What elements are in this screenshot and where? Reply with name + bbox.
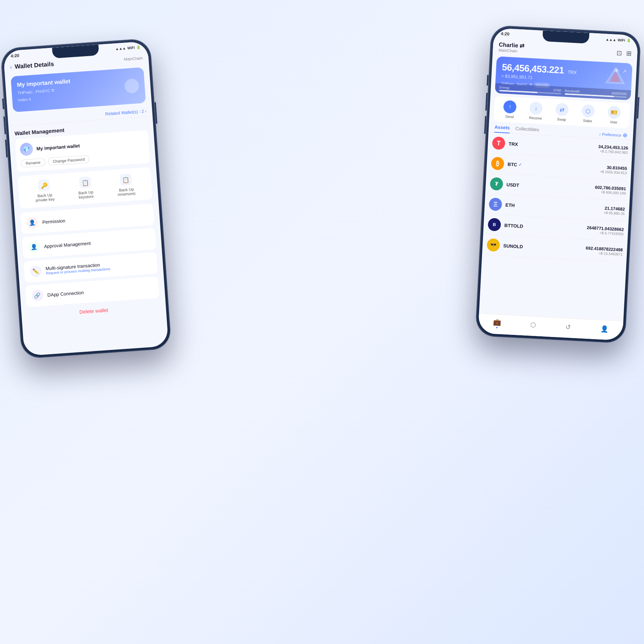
eth-usd: ≈$ 85,885.35 — [604, 210, 625, 215]
add-asset-button[interactable]: ⊕ — [623, 132, 628, 139]
assets-nav-icon: 💼 — [493, 318, 501, 326]
bandwidth-value: 4000/5000 — [611, 91, 627, 96]
backup-keystore[interactable]: 📋 Back Upkeystore — [77, 176, 94, 200]
backup-private-key[interactable]: 🔑 Back Upprivate key — [34, 179, 55, 203]
wallet-mgmt-name: My important wallet — [36, 143, 80, 151]
phone-right: 4:20 ▲▲▲ WiFi 🔋 Charlie ⇄ MainChain ⊡ ⊞ — [475, 25, 641, 344]
volume-down-btn[interactable] — [3, 116, 6, 134]
silent-btn[interactable] — [5, 140, 8, 157]
right-screen: 4:20 ▲▲▲ WiFi 🔋 Charlie ⇄ MainChain ⊡ ⊞ — [478, 28, 638, 341]
right-phone-power[interactable] — [637, 97, 639, 118]
bandwidth-section: Bandwidth 4000/5000 — [565, 89, 627, 98]
keystore-icon: 📋 — [79, 176, 91, 189]
trx-name: TRX — [508, 141, 598, 151]
battery-icon-right: 🔋 — [626, 38, 631, 43]
status-icons-right: ▲▲▲ WiFi 🔋 — [605, 37, 631, 43]
phone-left: 4:20 ▲▲▲ WiFi 🔋 ‹ Wallet Details MainCha… — [0, 38, 172, 359]
wallet-avatar: 💎 — [20, 142, 33, 156]
right-phone-volume-up[interactable] — [487, 75, 489, 86]
preference-action: ↕ Preference ⊕ — [599, 131, 628, 139]
status-time-right: 4:20 — [501, 31, 509, 36]
btc-icon: ₿ — [491, 157, 504, 170]
eth-icon: Ξ — [489, 197, 502, 211]
usdt-name: USDT — [506, 182, 595, 192]
tab-collectibles[interactable]: Collectibles — [515, 126, 539, 135]
permission-icon: 👤 — [26, 217, 38, 229]
right-phone-volume-down[interactable] — [485, 93, 488, 111]
tron-deco — [604, 65, 626, 88]
bottom-navigation: 💼 ⬡ ↺ 👤 — [478, 313, 623, 341]
eth-values: 21.174682 ≈$ 85,885.35 — [604, 205, 625, 215]
assets-nav-dot — [496, 327, 498, 328]
vote-label: Vote — [610, 120, 618, 124]
nav-assets[interactable]: 💼 — [493, 318, 501, 328]
header-action-icons: ⊡ ⊞ — [616, 49, 632, 58]
verified-icon: ✓ — [518, 162, 522, 167]
backup-mnemonic[interactable]: 📋 Back Upmnemonic — [116, 173, 136, 196]
send-action[interactable]: ↑ Send — [503, 100, 517, 119]
wifi-icon-right: WiFi — [618, 38, 625, 42]
signal-icon: ▲▲▲ — [115, 46, 126, 51]
battery-icon: 🔋 — [136, 45, 141, 49]
send-icon: ↑ — [503, 100, 517, 114]
nav-profile[interactable]: 👤 — [600, 325, 608, 333]
multisig-icon: ✏️ — [30, 265, 42, 277]
receive-icon: ↓ — [529, 102, 543, 115]
volume-up-btn[interactable] — [2, 98, 4, 109]
usdt-values: 602,786.035091 ≈$ 606,000.199 — [595, 185, 626, 195]
btc-values: 30.810455 ≈$ 1555,934.813 — [600, 165, 627, 175]
private-key-icon: 🔑 — [38, 179, 50, 191]
power-btn[interactable] — [155, 102, 157, 124]
balance-card: 56,456,453.221 TRX ≈ $3,951,951.71 THPwe… — [495, 57, 633, 101]
bttold-icon: B — [488, 218, 501, 231]
preference-button[interactable]: ↕ Preference — [599, 132, 621, 137]
nav-stake[interactable]: ⬡ — [530, 321, 536, 330]
backup-keystore-label: Back Upkeystore — [78, 190, 94, 200]
asset-list: T TRX 34,234,453.126 ≈$ 2,760,842.982 ₿ … — [482, 133, 633, 263]
swap-label: Swap — [557, 117, 566, 122]
chain-label: MainChain — [124, 56, 143, 62]
scan-icon[interactable]: ⊞ — [626, 49, 632, 58]
backup-mnemonic-label: Back Upmnemonic — [117, 187, 136, 196]
signal-icon-right: ▲▲▲ — [605, 37, 616, 42]
sunold-values: 692.418878222498 ≈$ 13.5483871 — [585, 245, 623, 256]
sunold-icon: 😎 — [487, 238, 500, 252]
stake-label: Stake — [583, 118, 592, 123]
energy-value: 37/60 — [553, 88, 561, 92]
status-time-left: 4:20 — [10, 53, 19, 59]
mnemonic-icon: 📋 — [119, 174, 132, 186]
bandwidth-label: Bandwidth — [565, 89, 580, 93]
receive-action[interactable]: ↓ Receive — [529, 102, 543, 121]
delete-wallet-button[interactable]: Delete wallet — [27, 303, 160, 318]
wifi-icon: WiFi — [127, 45, 135, 50]
tab-assets[interactable]: Assets — [494, 124, 510, 133]
vote-action[interactable]: 🎫 Vote — [607, 106, 621, 125]
left-screen: 4:20 ▲▲▲ WiFi 🔋 ‹ Wallet Details MainCha… — [3, 41, 169, 356]
right-phone-silent[interactable] — [484, 116, 487, 134]
swap-wallet-icon[interactable]: ⇄ — [519, 42, 525, 49]
dapp-connection-label: DApp Connection — [47, 290, 84, 298]
receive-qr-icon[interactable]: ⊡ — [616, 49, 622, 57]
rename-button[interactable]: Rename — [21, 158, 45, 168]
energy-section: Energy 37/60 — [499, 86, 561, 94]
nav-history[interactable]: ↺ — [565, 323, 571, 331]
backup-options-row: 🔑 Back Upprivate key 📋 Back Upkeystore 📋… — [18, 167, 152, 209]
sunold-name: SUNOLD — [503, 243, 586, 253]
back-button[interactable]: ‹ — [10, 64, 12, 70]
swap-action[interactable]: ⇄ Swap — [555, 103, 569, 122]
stake-action[interactable]: ⬡ Stake — [581, 104, 595, 123]
backup-private-key-label: Back Upprivate key — [35, 192, 55, 203]
stake-nav-icon: ⬡ — [530, 321, 536, 330]
copy-icon[interactable]: ⧉ — [51, 88, 54, 93]
receive-label: Receive — [529, 116, 542, 121]
dapp-icon: 🔗 — [31, 289, 44, 302]
usdt-icon: ₮ — [490, 177, 503, 191]
eth-name: ETH — [505, 202, 604, 213]
trx-icon: T — [492, 136, 506, 150]
user-info: Charlie ⇄ MainChain — [498, 41, 525, 54]
change-password-button[interactable]: Change Password — [48, 155, 89, 166]
profile-nav-icon: 👤 — [600, 325, 608, 333]
history-nav-icon: ↺ — [565, 323, 571, 331]
trx-values: 34,234,453.126 ≈$ 2,760,842.982 — [598, 144, 628, 154]
bttold-name: BTTOLD — [504, 223, 587, 232]
